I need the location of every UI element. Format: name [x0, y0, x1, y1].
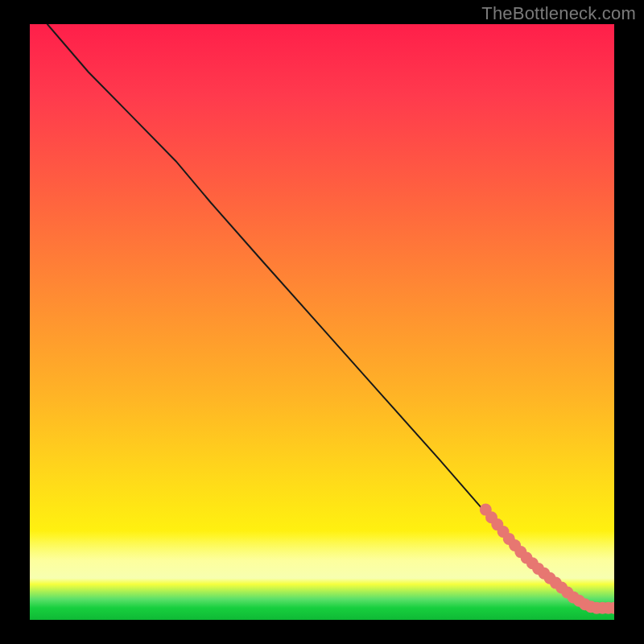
data-point — [555, 582, 568, 594]
data-point — [538, 568, 550, 580]
data-point — [544, 572, 556, 584]
data-point — [480, 504, 492, 516]
curve-line — [47, 24, 614, 608]
data-point — [491, 518, 503, 530]
plot-area — [30, 24, 614, 620]
data-point — [585, 601, 597, 613]
curve-path — [47, 24, 614, 608]
data-point — [568, 591, 580, 603]
scatter-points — [480, 504, 614, 614]
data-point — [497, 526, 510, 538]
chart-frame: TheBottleneck.com — [0, 0, 644, 644]
data-point — [609, 602, 615, 614]
data-point — [503, 533, 515, 545]
data-point — [550, 577, 562, 589]
data-point — [509, 539, 521, 551]
data-point — [579, 598, 591, 610]
chart-svg — [30, 24, 614, 620]
data-point — [591, 602, 603, 614]
data-point — [561, 587, 573, 599]
attribution-label: TheBottleneck.com — [481, 3, 636, 24]
data-point — [521, 552, 533, 564]
data-point — [485, 511, 497, 523]
data-point — [597, 602, 609, 614]
data-point — [532, 563, 544, 575]
data-point — [602, 602, 614, 614]
data-point — [514, 546, 526, 558]
data-point — [573, 595, 585, 607]
data-point — [526, 557, 539, 569]
